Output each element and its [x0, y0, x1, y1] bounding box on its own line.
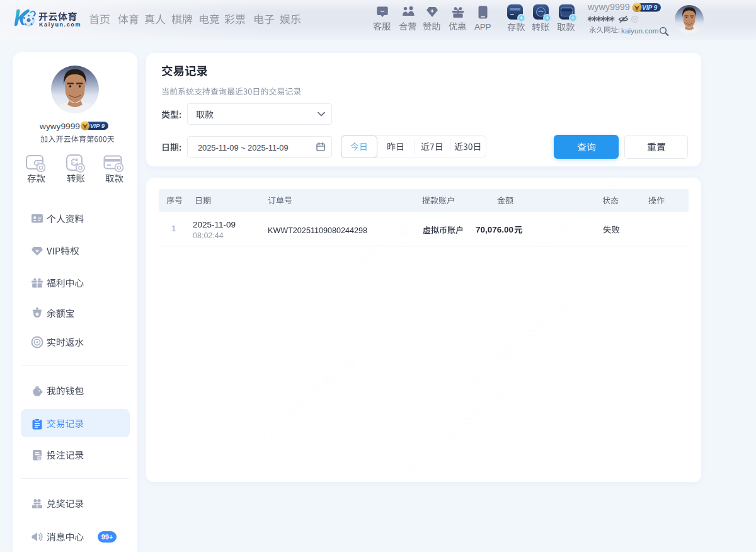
svg-text:VIP 9: VIP 9 — [90, 122, 105, 129]
svg-text:VIP 9: VIP 9 — [642, 4, 657, 11]
